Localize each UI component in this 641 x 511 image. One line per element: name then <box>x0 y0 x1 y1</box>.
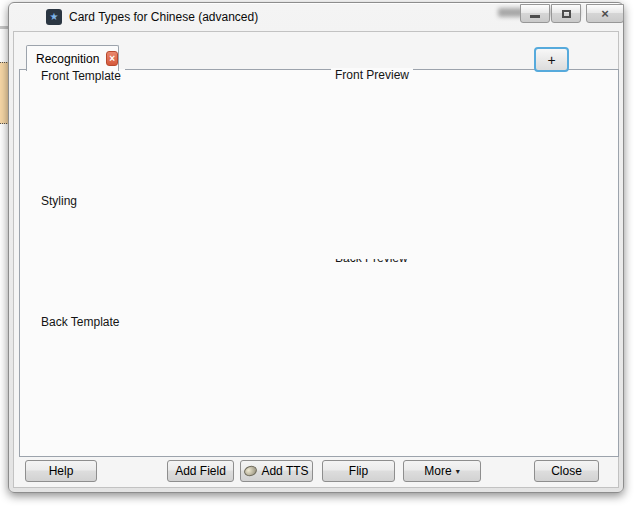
front-preview-label: Front Preview <box>331 68 413 82</box>
tts-speaker-icon <box>243 464 258 478</box>
back-preview-label: Back Preview <box>331 258 412 265</box>
dropdown-arrow-icon: ▾ <box>456 467 460 476</box>
maximize-icon <box>562 10 571 18</box>
screen: or ★ Card Types for Chinese (advanced) ×… <box>0 0 641 511</box>
window-title: Card Types for Chinese (advanced) <box>69 10 258 24</box>
flip-button[interactable]: Flip <box>322 460 395 482</box>
add-tts-button[interactable]: Add TTS <box>240 460 313 482</box>
close-window-button[interactable]: × <box>586 4 624 23</box>
tab-close-icon: × <box>109 54 115 64</box>
help-button[interactable]: Help <box>25 460 97 482</box>
front-template-label: Front Template <box>37 69 125 83</box>
add-card-type-button[interactable]: + <box>534 47 569 72</box>
anki-icon: ★ <box>46 9 62 25</box>
background-window-right-sliver: or <box>621 0 641 511</box>
close-icon: × <box>601 6 609 21</box>
tab-pane <box>19 69 619 457</box>
tab-close-button[interactable]: × <box>106 51 118 66</box>
dialog-window: ★ Card Types for Chinese (advanced) × Re… <box>8 2 624 493</box>
minimize-button[interactable] <box>520 4 550 23</box>
more-button[interactable]: More ▾ <box>403 460 481 482</box>
tab-recognition[interactable]: Recognition × <box>26 45 119 71</box>
styling-label: Styling <box>37 194 81 208</box>
plus-icon: + <box>547 52 555 68</box>
titlebar[interactable]: ★ Card Types for Chinese (advanced) × <box>9 3 623 31</box>
tab-label: Recognition <box>36 52 99 66</box>
back-template-label: Back Template <box>37 315 124 329</box>
maximize-button[interactable] <box>551 4 581 23</box>
close-button[interactable]: Close <box>534 460 599 482</box>
minimize-icon <box>530 15 540 18</box>
add-field-button[interactable]: Add Field <box>167 460 234 482</box>
